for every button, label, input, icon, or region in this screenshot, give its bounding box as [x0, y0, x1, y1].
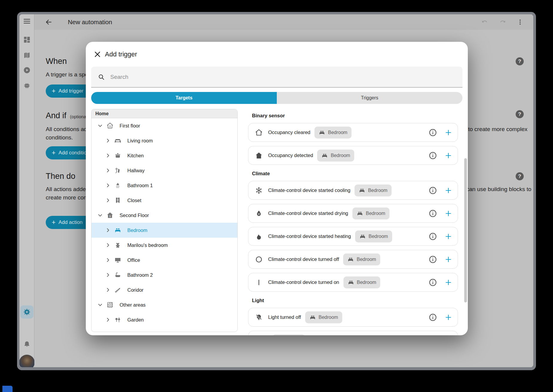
info-icon[interactable] — [428, 278, 437, 287]
chevron-down-icon[interactable] — [97, 302, 103, 308]
tab-targets[interactable]: Targets — [91, 92, 277, 104]
tree-item-street[interactable]: Street — [91, 327, 237, 332]
help-icon[interactable]: ? — [516, 57, 524, 65]
tree-item-bathroom-2[interactable]: Bathroom 2 — [91, 268, 237, 282]
help-icon[interactable]: ? — [516, 172, 524, 180]
menu-icon[interactable] — [23, 17, 31, 25]
chevron-right-icon[interactable] — [105, 153, 111, 158]
tree-item-bedroom[interactable]: Bedroom — [91, 223, 237, 238]
add-plus-icon[interactable] — [444, 233, 452, 240]
chevron-right-icon[interactable] — [105, 257, 111, 263]
trigger-row-climate-control-device-turned-off[interactable]: Climate-control device turned offBedroom — [248, 250, 458, 269]
tree-item-garden[interactable]: Garden — [91, 312, 237, 327]
add-plus-icon[interactable] — [444, 187, 452, 194]
undo-icon[interactable] — [481, 19, 488, 26]
section-title-binary-sensor: Binary sensor — [252, 113, 458, 119]
water-percent-icon — [255, 210, 263, 217]
trigger-list: Binary sensorOccupancy clearedBedroomOcc… — [248, 113, 458, 335]
dialog-tabs: Targets Triggers — [91, 92, 462, 104]
bed-icon — [348, 279, 354, 286]
bed-icon — [319, 129, 325, 136]
tree-item-office[interactable]: Office — [91, 253, 237, 268]
area-chip: Bedroom — [317, 150, 354, 162]
chevron-right-icon[interactable] — [105, 168, 111, 173]
add-plus-icon[interactable] — [444, 152, 452, 159]
area-chip-label: Bedroom — [331, 153, 350, 158]
area-chip: Bedroom — [355, 230, 392, 242]
back-arrow-icon[interactable] — [45, 19, 52, 26]
chevron-right-icon[interactable] — [105, 198, 111, 203]
trigger-row-occupancy-cleared[interactable]: Occupancy clearedBedroom — [248, 123, 458, 142]
dialog-title: Add trigger — [105, 50, 137, 58]
chevron-right-icon[interactable] — [105, 227, 111, 233]
dialog-scrollbar-thumb[interactable] — [464, 158, 467, 302]
home-outline-icon — [255, 129, 263, 136]
add-plus-icon[interactable] — [444, 256, 452, 263]
trigger-row-row[interactable] — [248, 331, 458, 335]
tree-item-first-floor[interactable]: 0First floor — [91, 118, 237, 133]
tree-item-living-room[interactable]: Living room — [91, 133, 237, 148]
add-plus-icon[interactable] — [444, 313, 452, 321]
info-icon[interactable] — [428, 255, 437, 264]
trigger-row-climate-control-device-started-heating[interactable]: Climate-control device started heatingBe… — [248, 227, 458, 246]
close-icon[interactable] — [94, 50, 101, 58]
tree-item-label: Bathroom 2 — [127, 272, 153, 278]
area-chip: Bedroom — [305, 311, 342, 323]
search-icon — [98, 73, 105, 81]
chevron-down-icon[interactable] — [97, 213, 103, 218]
tree-item-closet[interactable]: Closet — [91, 193, 237, 208]
and-if-description-fragment: to create more complex — [468, 125, 528, 133]
info-icon[interactable] — [428, 151, 437, 160]
chevron-right-icon[interactable] — [105, 317, 111, 322]
info-icon[interactable] — [428, 232, 437, 241]
tree-item-kitchen[interactable]: Kitchen — [91, 148, 237, 163]
chip-icon[interactable] — [23, 82, 31, 90]
area-chip: Bedroom — [355, 185, 392, 196]
info-icon[interactable] — [428, 209, 437, 218]
tree-item-label: Office — [127, 257, 140, 263]
tree-item-bathroom-1[interactable]: Bathroom 1 — [91, 178, 237, 193]
search-bar[interactable] — [91, 67, 462, 87]
tree-item-label: Coridor — [127, 287, 143, 293]
kebab-menu-icon[interactable] — [517, 19, 524, 26]
shower-icon — [114, 182, 121, 189]
trigger-row-climate-control-device-turned-on[interactable]: Climate-control device turned onBedroom — [248, 273, 458, 292]
trigger-label: Climate-control device started cooling — [268, 187, 350, 193]
area-chip — [272, 334, 305, 336]
info-icon[interactable] — [428, 186, 437, 195]
tree-item-second-floor[interactable]: 1Second Floor — [91, 208, 237, 223]
user-avatar[interactable] — [19, 355, 35, 367]
tree-item-marilou-s-bedroom[interactable]: Marilou's bedroom — [91, 238, 237, 253]
add-plus-icon[interactable] — [444, 279, 452, 286]
settings-button[interactable] — [20, 305, 33, 319]
notifications-bell-icon[interactable] — [23, 340, 31, 348]
chevron-right-icon[interactable] — [105, 183, 111, 188]
info-icon[interactable] — [428, 313, 437, 322]
dashboard-icon[interactable] — [23, 36, 31, 44]
chevron-right-icon[interactable] — [105, 242, 111, 248]
chevron-right-icon[interactable] — [105, 272, 111, 278]
chevron-right-icon[interactable] — [105, 138, 111, 143]
tree-item-other-areas[interactable]: Other areas — [91, 297, 237, 312]
tab-triggers[interactable]: Triggers — [277, 92, 462, 104]
chevron-right-icon[interactable] — [105, 287, 111, 293]
tree-item-coridor[interactable]: Coridor — [91, 282, 237, 297]
trigger-row-light-turned-off[interactable]: Light turned offBedroom — [248, 308, 458, 327]
when-heading: When — [46, 57, 67, 66]
add-plus-icon[interactable] — [444, 210, 452, 217]
chevron-down-icon[interactable] — [97, 123, 103, 128]
map-icon[interactable] — [23, 51, 31, 59]
trigger-row-climate-control-device-started-cooling[interactable]: Climate-control device started coolingBe… — [248, 181, 458, 200]
info-icon[interactable] — [428, 128, 437, 137]
media-play-icon[interactable] — [23, 66, 31, 74]
help-icon[interactable]: ? — [516, 110, 524, 118]
search-input[interactable] — [110, 73, 440, 81]
redo-icon[interactable] — [499, 19, 507, 26]
bed-icon — [309, 314, 316, 321]
trigger-row-occupancy-detected[interactable]: Occupancy detectedBedroom — [248, 146, 458, 165]
add-plus-icon[interactable] — [444, 129, 452, 136]
tree-item-hallway[interactable]: Hallway — [91, 163, 237, 178]
teddy-bear-icon — [114, 242, 121, 249]
home-floor-0-icon: 0 — [106, 122, 114, 129]
trigger-row-climate-control-device-started-drying[interactable]: Climate-control device started dryingBed… — [248, 204, 458, 223]
